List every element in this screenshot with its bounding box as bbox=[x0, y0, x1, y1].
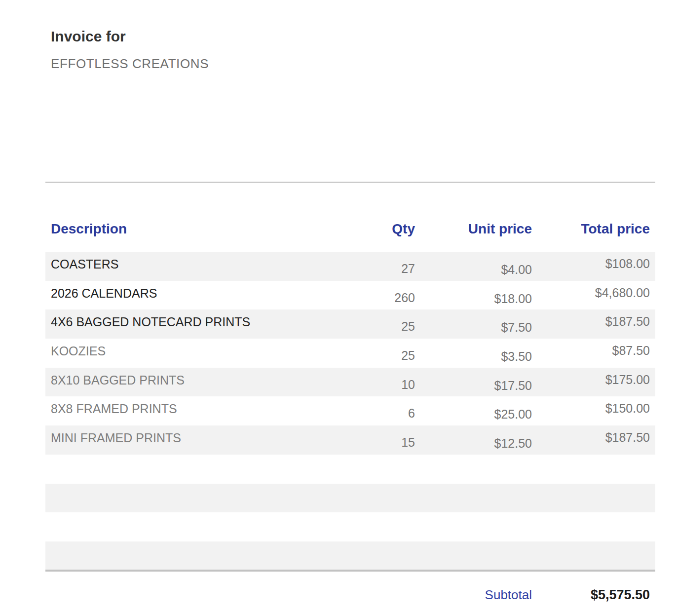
header-divider bbox=[45, 182, 655, 183]
cell-unit-price: $18.00 bbox=[415, 281, 532, 310]
cell-unit-price: $4.00 bbox=[415, 252, 532, 281]
cell-description: 8X10 BAGGED PRINTS bbox=[45, 368, 321, 397]
table-row: KOOZIES 25 $3.50 $87.50 bbox=[45, 339, 655, 368]
column-header-total-price: Total price bbox=[532, 212, 655, 252]
cell-unit-price: $25.00 bbox=[415, 396, 532, 425]
column-header-qty: Qty bbox=[321, 212, 415, 252]
column-header-unit-price: Unit price bbox=[415, 212, 532, 252]
table-row: 8X8 FRAMED PRINTS 6 $25.00 $150.00 bbox=[45, 396, 655, 425]
cell-description: COASTERS bbox=[45, 252, 321, 281]
subtotal-row: Subtotal $5,575.50 bbox=[45, 586, 655, 606]
cell-total-price: $187.50 bbox=[532, 425, 655, 455]
empty-row bbox=[45, 455, 655, 484]
cell-total-price: $150.00 bbox=[532, 396, 655, 425]
cell-total-price: $87.50 bbox=[532, 339, 655, 368]
cell-unit-price: $7.50 bbox=[415, 309, 532, 339]
empty-row bbox=[45, 484, 655, 513]
subtotal-label: Subtotal bbox=[485, 586, 532, 603]
cell-qty: 25 bbox=[321, 339, 415, 368]
cell-description: KOOZIES bbox=[45, 339, 321, 368]
invoice-title: Invoice for bbox=[51, 28, 209, 45]
table-row: 8X10 BAGGED PRINTS 10 $17.50 $175.00 bbox=[45, 368, 655, 397]
table-header-row: Description Qty Unit price Total price bbox=[45, 212, 655, 252]
cell-total-price: $187.50 bbox=[532, 309, 655, 339]
invoice-customer-name: EFFOTLESS CREATIONS bbox=[51, 56, 209, 71]
cell-description: 2026 CALENDARS bbox=[45, 281, 321, 310]
cell-description: MINI FRAMED PRINTS bbox=[45, 425, 321, 455]
line-items-table: Description Qty Unit price Total price C… bbox=[45, 212, 655, 571]
cell-qty: 10 bbox=[321, 368, 415, 397]
invoice-page: Invoice for EFFOTLESS CREATIONS Descript… bbox=[0, 0, 677, 616]
table-row: 2026 CALENDARS 260 $18.00 $4,680.00 bbox=[45, 281, 655, 310]
cell-qty: 25 bbox=[321, 309, 415, 339]
cell-unit-price: $17.50 bbox=[415, 368, 532, 397]
invoice-header: Invoice for EFFOTLESS CREATIONS bbox=[51, 28, 209, 71]
table-row: MINI FRAMED PRINTS 15 $12.50 $187.50 bbox=[45, 425, 655, 455]
table-row: 4X6 BAGGED NOTECARD PRINTS 25 $7.50 $187… bbox=[45, 309, 655, 339]
cell-qty: 15 bbox=[321, 425, 415, 455]
table-row: COASTERS 27 $4.00 $108.00 bbox=[45, 252, 655, 281]
cell-total-price: $4,680.00 bbox=[532, 281, 655, 310]
cell-description: 4X6 BAGGED NOTECARD PRINTS bbox=[45, 309, 321, 339]
cell-total-price: $108.00 bbox=[532, 252, 655, 281]
cell-unit-price: $12.50 bbox=[415, 425, 532, 455]
cell-qty: 6 bbox=[321, 396, 415, 425]
table-bottom-divider bbox=[45, 570, 655, 572]
empty-row bbox=[45, 512, 655, 541]
column-header-description: Description bbox=[45, 212, 321, 252]
subtotal-value: $5,575.50 bbox=[591, 586, 650, 603]
cell-description: 8X8 FRAMED PRINTS bbox=[45, 396, 321, 425]
cell-qty: 260 bbox=[321, 281, 415, 310]
cell-total-price: $175.00 bbox=[532, 368, 655, 397]
empty-row bbox=[45, 541, 655, 571]
cell-unit-price: $3.50 bbox=[415, 339, 532, 368]
cell-qty: 27 bbox=[321, 252, 415, 281]
